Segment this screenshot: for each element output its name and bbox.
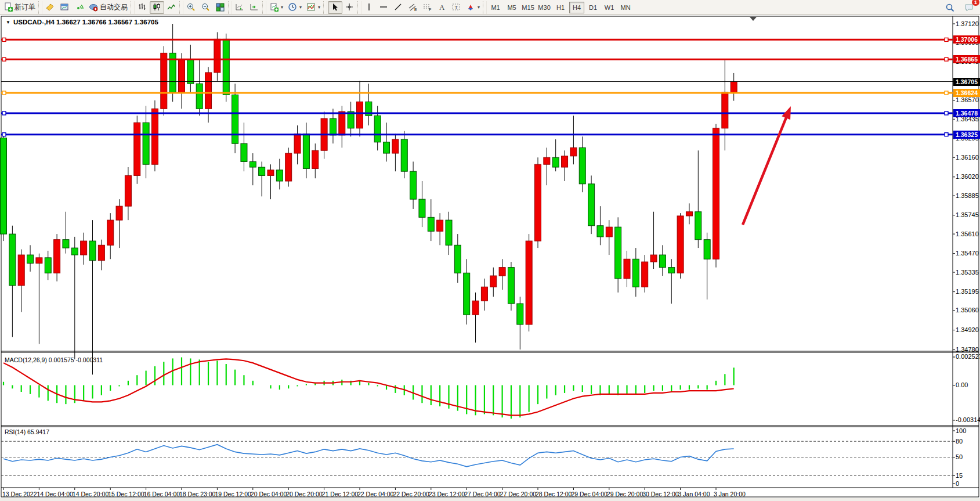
line-handle[interactable] — [2, 133, 6, 136]
trend-arrow-line[interactable] — [743, 116, 787, 225]
bull-candle — [686, 212, 692, 216]
cursor-icon — [330, 2, 340, 12]
market-watch-button[interactable] — [43, 1, 57, 14]
timeframe-button-m5[interactable]: M5 — [504, 2, 519, 13]
notification-badge: 1 — [972, 0, 979, 6]
timeframe-button-h1[interactable]: H1 — [553, 2, 568, 13]
bull-candle — [490, 276, 497, 287]
chart-window-icon — [60, 2, 70, 12]
price-badge: 1.36325 — [953, 131, 980, 139]
macd-signal-line — [3, 359, 734, 415]
chart-window[interactable]: ▼USDCAD-,H4 1.36627 1.36766 1.36567 1.36… — [0, 15, 980, 501]
horizontal-line-button[interactable] — [377, 1, 391, 14]
timeframe-button-m1[interactable]: M1 — [488, 2, 503, 13]
bull-candle — [285, 153, 292, 181]
line-handle[interactable] — [945, 91, 948, 95]
line-handle[interactable] — [945, 38, 948, 41]
text-button[interactable]: A — [435, 1, 449, 14]
timeframe-button-w1[interactable]: W1 — [602, 2, 617, 13]
chevron-down-icon: ▾ — [299, 5, 302, 10]
auto-scroll-button[interactable] — [233, 1, 247, 14]
equidistant-channel-button[interactable]: E — [406, 1, 420, 14]
trend-line-button[interactable] — [391, 1, 406, 14]
bear-candle — [63, 240, 69, 248]
bear-candle — [241, 143, 247, 161]
search-button[interactable] — [943, 1, 957, 14]
price-axis-label: 0.002527 — [956, 353, 980, 360]
bear-candle — [232, 95, 238, 143]
text-label-button[interactable]: T — [449, 1, 464, 14]
bull-candle — [437, 220, 443, 231]
chart-shift-marker-icon[interactable] — [750, 17, 757, 21]
new-chart-button[interactable]: ▾ — [267, 1, 285, 14]
time-axis-label: 20 Dec 20:00 — [286, 491, 322, 498]
bull-candle — [526, 241, 532, 325]
chat-button[interactable]: 1 — [962, 1, 977, 14]
toolbar-group — [233, 0, 262, 15]
price-axis-label: 15 — [956, 472, 963, 479]
crosshair-button[interactable] — [342, 1, 357, 14]
bear-candle — [27, 255, 34, 263]
indicators-button[interactable]: ▾ — [304, 1, 323, 14]
signals-button[interactable] — [72, 1, 86, 14]
bear-candle — [45, 258, 51, 273]
chart-shift-button[interactable] — [247, 1, 262, 14]
timeframe-button-h4[interactable]: H4 — [569, 2, 584, 13]
new-order-button[interactable]: 新订单 — [1, 1, 38, 14]
tile-windows-button[interactable] — [213, 1, 227, 14]
line-chart-button[interactable] — [164, 1, 179, 14]
timeframe-button-m15[interactable]: M15 — [520, 2, 536, 13]
bear-candle — [249, 161, 256, 167]
time-axis-label: 3 Jan 04:00 — [678, 491, 710, 498]
bull-candle — [713, 128, 719, 259]
price-axis-label: 1.35195 — [956, 288, 979, 295]
toolbar-separator — [483, 1, 487, 14]
cursor-button[interactable] — [328, 1, 342, 14]
bear-candle — [71, 248, 78, 255]
bear-candle — [464, 273, 470, 315]
chart-window-button[interactable] — [57, 1, 72, 14]
timeframe-button-m30[interactable]: M30 — [537, 2, 552, 13]
bear-candle — [668, 268, 675, 273]
chart-menu-triangle-icon[interactable]: ▼ — [6, 20, 10, 25]
time-axis-label: 29 Dec 04:00 — [571, 491, 607, 498]
line-handle[interactable] — [2, 91, 6, 95]
line-handle[interactable] — [2, 111, 6, 115]
line-handle[interactable] — [945, 111, 948, 115]
line-handle[interactable] — [945, 57, 948, 61]
line-handle[interactable] — [2, 57, 6, 61]
bear-candle — [579, 147, 585, 183]
bear-candle — [1, 138, 7, 234]
timeframe-button-d1[interactable]: D1 — [585, 2, 601, 13]
zoom-in-button[interactable] — [184, 1, 198, 14]
chart-frame — [1, 16, 979, 497]
line-handle[interactable] — [2, 38, 6, 41]
autotrading-button[interactable]: 自动交易 — [86, 1, 130, 14]
toolbar-group — [184, 0, 227, 15]
bull-candle — [499, 268, 505, 276]
bear-candle — [303, 134, 309, 168]
vertical-line-button[interactable] — [362, 1, 377, 14]
line-handle[interactable] — [945, 133, 948, 136]
bars-chart-button[interactable] — [135, 1, 150, 14]
tile-windows-icon — [215, 2, 225, 12]
bull-candle — [134, 122, 140, 175]
candles-chart-button[interactable] — [150, 1, 164, 14]
timeframe-button-mn[interactable]: MN — [618, 2, 633, 13]
toolbar-separator — [262, 1, 266, 14]
trend-line-icon — [393, 2, 403, 12]
bull-candle — [294, 134, 301, 153]
profiles-clock-button[interactable]: ▾ — [285, 1, 304, 14]
fibonacci-button[interactable]: F — [420, 1, 435, 14]
main-toolbar: 新订单自动交易▾▾▾EFAT▾M1M5M15M30H1H4D1W1MN1 — [0, 0, 980, 15]
zoom-out-button[interactable] — [198, 1, 213, 14]
bull-candle — [650, 255, 657, 262]
bear-candle — [143, 122, 149, 164]
bull-candle — [18, 255, 24, 286]
status-strip — [0, 498, 980, 501]
arrows-button[interactable]: ▾ — [464, 1, 482, 14]
price-axis-label: 1.36160 — [956, 154, 979, 161]
chart-canvas[interactable] — [0, 15, 980, 501]
crosshair-icon — [345, 2, 355, 12]
equidistant-channel-icon: E — [408, 2, 418, 12]
